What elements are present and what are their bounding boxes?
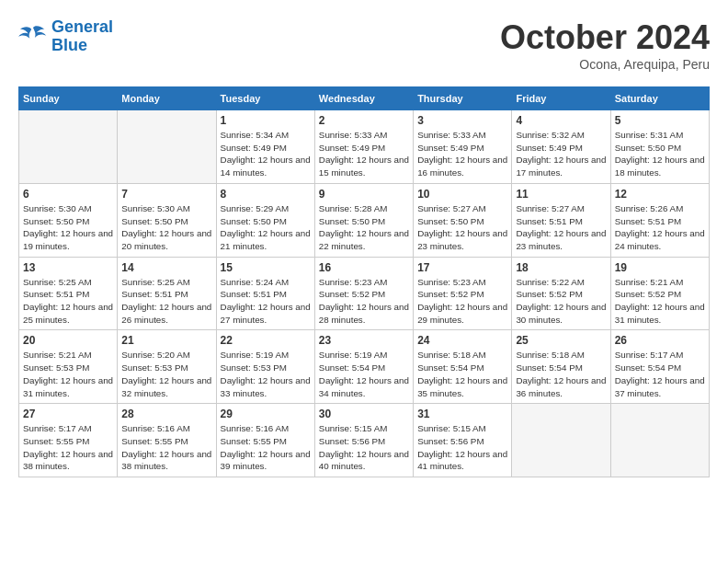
day-number: 16 — [319, 261, 409, 274]
day-info: Sunrise: 5:30 AM Sunset: 5:50 PM Dayligh… — [23, 202, 113, 253]
day-info: Sunrise: 5:31 AM Sunset: 5:50 PM Dayligh… — [615, 129, 705, 179]
location-subtitle: Ocona, Arequipa, Peru — [500, 57, 710, 72]
day-info: Sunrise: 5:29 AM Sunset: 5:50 PM Dayligh… — [221, 202, 311, 253]
day-number: 30 — [319, 408, 409, 420]
month-title: October 2024 — [500, 18, 710, 57]
day-number: 28 — [121, 408, 211, 420]
day-info: Sunrise: 5:27 AM Sunset: 5:51 PM Dayligh… — [516, 202, 606, 253]
day-number: 23 — [319, 334, 409, 347]
day-number: 8 — [221, 188, 311, 201]
day-number: 11 — [516, 188, 606, 201]
day-info: Sunrise: 5:17 AM Sunset: 5:54 PM Dayligh… — [615, 349, 705, 399]
calendar-cell: 28Sunrise: 5:16 AM Sunset: 5:55 PM Dayli… — [118, 404, 216, 477]
day-info: Sunrise: 5:16 AM Sunset: 5:55 PM Dayligh… — [121, 422, 211, 473]
day-number: 29 — [221, 408, 311, 420]
day-info: Sunrise: 5:15 AM Sunset: 5:56 PM Dayligh… — [417, 422, 507, 473]
day-info: Sunrise: 5:23 AM Sunset: 5:52 PM Dayligh… — [319, 276, 409, 327]
day-number: 1 — [221, 114, 311, 127]
day-info: Sunrise: 5:33 AM Sunset: 5:49 PM Dayligh… — [417, 129, 507, 179]
calendar-cell: 17Sunrise: 5:23 AM Sunset: 5:52 PM Dayli… — [414, 257, 512, 330]
day-number: 3 — [417, 114, 507, 127]
day-info: Sunrise: 5:25 AM Sunset: 5:51 PM Dayligh… — [23, 276, 113, 327]
day-number: 13 — [23, 261, 113, 274]
day-number: 9 — [319, 188, 409, 201]
header-day-friday: Friday — [512, 87, 610, 110]
calendar-cell: 9Sunrise: 5:28 AM Sunset: 5:50 PM Daylig… — [314, 183, 413, 257]
calendar-cell: 5Sunrise: 5:31 AM Sunset: 5:50 PM Daylig… — [610, 110, 709, 184]
calendar-cell: 8Sunrise: 5:29 AM Sunset: 5:50 PM Daylig… — [216, 183, 314, 257]
calendar-cell: 29Sunrise: 5:16 AM Sunset: 5:55 PM Dayli… — [216, 404, 314, 477]
calendar-cell: 13Sunrise: 5:25 AM Sunset: 5:51 PM Dayli… — [19, 257, 118, 330]
calendar-cell: 10Sunrise: 5:27 AM Sunset: 5:50 PM Dayli… — [414, 183, 512, 257]
calendar-week-row: 27Sunrise: 5:17 AM Sunset: 5:55 PM Dayli… — [19, 404, 710, 477]
header-day-wednesday: Wednesday — [314, 87, 413, 110]
day-info: Sunrise: 5:24 AM Sunset: 5:51 PM Dayligh… — [221, 276, 311, 327]
day-info: Sunrise: 5:18 AM Sunset: 5:54 PM Dayligh… — [417, 349, 507, 399]
header-day-thursday: Thursday — [414, 87, 512, 110]
day-number: 4 — [516, 114, 606, 127]
calendar-cell: 21Sunrise: 5:20 AM Sunset: 5:53 PM Dayli… — [118, 330, 216, 404]
day-info: Sunrise: 5:20 AM Sunset: 5:53 PM Dayligh… — [121, 349, 211, 399]
calendar-cell: 14Sunrise: 5:25 AM Sunset: 5:51 PM Dayli… — [118, 257, 216, 330]
calendar-cell: 30Sunrise: 5:15 AM Sunset: 5:56 PM Dayli… — [314, 404, 413, 477]
day-number: 20 — [23, 334, 113, 347]
day-number: 2 — [319, 114, 409, 127]
day-info: Sunrise: 5:28 AM Sunset: 5:50 PM Dayligh… — [319, 202, 409, 253]
day-info: Sunrise: 5:23 AM Sunset: 5:52 PM Dayligh… — [417, 276, 507, 327]
calendar-cell: 31Sunrise: 5:15 AM Sunset: 5:56 PM Dayli… — [414, 404, 512, 477]
calendar-cell: 4Sunrise: 5:32 AM Sunset: 5:49 PM Daylig… — [512, 110, 610, 184]
calendar-cell: 22Sunrise: 5:19 AM Sunset: 5:53 PM Dayli… — [216, 330, 314, 404]
calendar-week-row: 20Sunrise: 5:21 AM Sunset: 5:53 PM Dayli… — [19, 330, 710, 404]
day-info: Sunrise: 5:21 AM Sunset: 5:52 PM Dayligh… — [615, 276, 705, 327]
calendar-cell: 27Sunrise: 5:17 AM Sunset: 5:55 PM Dayli… — [19, 404, 118, 477]
day-number: 25 — [516, 334, 606, 347]
calendar-cell — [610, 404, 709, 477]
calendar-cell: 19Sunrise: 5:21 AM Sunset: 5:52 PM Dayli… — [610, 257, 709, 330]
day-number: 10 — [417, 188, 507, 201]
header-day-saturday: Saturday — [610, 87, 709, 110]
calendar-cell: 1Sunrise: 5:34 AM Sunset: 5:49 PM Daylig… — [216, 110, 314, 184]
calendar-week-row: 6Sunrise: 5:30 AM Sunset: 5:50 PM Daylig… — [19, 183, 710, 257]
day-info: Sunrise: 5:18 AM Sunset: 5:54 PM Dayligh… — [516, 349, 606, 399]
day-number: 14 — [121, 261, 211, 274]
day-info: Sunrise: 5:16 AM Sunset: 5:55 PM Dayligh… — [221, 422, 311, 473]
day-number: 19 — [615, 261, 705, 274]
day-info: Sunrise: 5:34 AM Sunset: 5:49 PM Dayligh… — [221, 129, 311, 179]
day-info: Sunrise: 5:19 AM Sunset: 5:53 PM Dayligh… — [221, 349, 311, 399]
calendar-cell — [118, 110, 216, 184]
calendar-cell: 23Sunrise: 5:19 AM Sunset: 5:54 PM Dayli… — [314, 330, 413, 404]
day-number: 6 — [23, 188, 113, 201]
day-number: 24 — [417, 334, 507, 347]
day-number: 31 — [417, 408, 507, 420]
day-number: 18 — [516, 261, 606, 274]
calendar-cell: 26Sunrise: 5:17 AM Sunset: 5:54 PM Dayli… — [610, 330, 709, 404]
day-number: 12 — [615, 188, 705, 201]
day-number: 26 — [615, 334, 705, 347]
page-header: General Blue October 2024 Ocona, Arequip… — [18, 18, 710, 72]
day-info: Sunrise: 5:25 AM Sunset: 5:51 PM Dayligh… — [121, 276, 211, 327]
header-day-sunday: Sunday — [19, 87, 118, 110]
calendar-table: SundayMondayTuesdayWednesdayThursdayFrid… — [18, 86, 710, 477]
calendar-cell: 7Sunrise: 5:30 AM Sunset: 5:50 PM Daylig… — [118, 183, 216, 257]
header-day-tuesday: Tuesday — [216, 87, 314, 110]
day-number: 7 — [121, 188, 211, 201]
calendar-cell: 15Sunrise: 5:24 AM Sunset: 5:51 PM Dayli… — [216, 257, 314, 330]
calendar-cell: 18Sunrise: 5:22 AM Sunset: 5:52 PM Dayli… — [512, 257, 610, 330]
day-number: 21 — [121, 334, 211, 347]
day-info: Sunrise: 5:33 AM Sunset: 5:49 PM Dayligh… — [319, 129, 409, 179]
day-number: 22 — [221, 334, 311, 347]
logo-text: General Blue — [51, 18, 113, 55]
logo: General Blue — [18, 18, 113, 55]
title-section: October 2024 Ocona, Arequipa, Peru — [500, 18, 710, 72]
calendar-cell: 2Sunrise: 5:33 AM Sunset: 5:49 PM Daylig… — [314, 110, 413, 184]
calendar-cell — [19, 110, 118, 184]
calendar-week-row: 13Sunrise: 5:25 AM Sunset: 5:51 PM Dayli… — [19, 257, 710, 330]
logo-bird-icon — [18, 24, 48, 50]
calendar-cell: 16Sunrise: 5:23 AM Sunset: 5:52 PM Dayli… — [314, 257, 413, 330]
day-info: Sunrise: 5:21 AM Sunset: 5:53 PM Dayligh… — [23, 349, 113, 399]
calendar-cell: 25Sunrise: 5:18 AM Sunset: 5:54 PM Dayli… — [512, 330, 610, 404]
day-number: 27 — [23, 408, 113, 420]
calendar-cell: 12Sunrise: 5:26 AM Sunset: 5:51 PM Dayli… — [610, 183, 709, 257]
day-info: Sunrise: 5:15 AM Sunset: 5:56 PM Dayligh… — [319, 422, 409, 473]
day-number: 15 — [221, 261, 311, 274]
